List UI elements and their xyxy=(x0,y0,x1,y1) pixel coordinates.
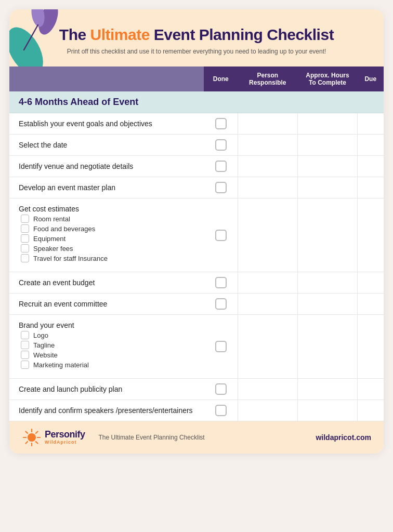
sub-checkbox[interactable] xyxy=(21,224,29,233)
col-header-hours: Approx. Hours To Complete xyxy=(297,66,357,91)
sub-items-list: Room rentalFood and beveragesEquipmentSp… xyxy=(21,215,199,262)
sub-item: Website xyxy=(21,351,199,359)
done-cell xyxy=(204,156,238,177)
sub-item-text: Food and beverages xyxy=(33,225,95,233)
person-cell xyxy=(238,400,297,421)
col-header-due: Due xyxy=(358,66,384,91)
task-cell: Select the date xyxy=(9,135,204,156)
hours-cell xyxy=(297,198,357,272)
sub-checkbox[interactable] xyxy=(21,341,29,349)
hours-cell xyxy=(297,113,357,135)
sub-checkbox[interactable] xyxy=(21,351,29,359)
sub-checkbox[interactable] xyxy=(21,234,29,243)
header-subtitle: Print off this checklist and use it to r… xyxy=(59,48,334,55)
person-cell xyxy=(238,294,297,315)
sub-item: Speaker fees xyxy=(21,244,199,252)
hours-cell xyxy=(297,156,357,177)
task-text: Identify venue and negotiate details xyxy=(19,162,199,170)
done-checkbox[interactable] xyxy=(215,383,227,395)
section-header-row: 4-6 Months Ahead of Event xyxy=(9,91,384,113)
person-cell xyxy=(238,135,297,156)
sub-item-text: Travel for staff Insurance xyxy=(33,255,108,262)
task-text: Recruit an event committee xyxy=(19,300,199,308)
task-text: Brand your event xyxy=(19,321,199,329)
task-cell: Identify venue and negotiate details xyxy=(9,156,204,177)
svg-point-4 xyxy=(28,433,36,442)
person-cell xyxy=(238,198,297,272)
done-checkbox[interactable] xyxy=(215,182,227,193)
due-cell xyxy=(358,113,384,135)
hours-cell xyxy=(297,400,357,421)
due-cell xyxy=(358,400,384,421)
hours-cell xyxy=(297,177,357,198)
hours-cell xyxy=(297,379,357,400)
sub-checkbox[interactable] xyxy=(21,361,29,369)
col-header-person: Person Responsible xyxy=(238,66,297,91)
title-pre: The xyxy=(59,26,90,43)
hours-cell xyxy=(297,315,357,379)
task-text: Establish your event goals and objective… xyxy=(19,119,199,128)
task-text: Identify and confirm speakers /presenter… xyxy=(19,406,199,415)
done-cell xyxy=(204,294,238,315)
table-row: Create an event budget xyxy=(9,272,384,294)
task-text: Get cost estimates xyxy=(19,205,199,213)
table-row: Brand your eventLogoTaglineWebsiteMarket… xyxy=(9,315,384,379)
svg-line-12 xyxy=(26,442,28,444)
due-cell xyxy=(358,315,384,379)
svg-line-11 xyxy=(36,432,38,434)
svg-line-9 xyxy=(26,432,28,434)
done-cell xyxy=(204,400,238,421)
done-checkbox[interactable] xyxy=(215,298,227,310)
done-cell xyxy=(204,177,238,198)
done-checkbox[interactable] xyxy=(215,139,227,151)
done-checkbox[interactable] xyxy=(215,118,227,129)
sub-item: Food and beverages xyxy=(21,224,199,233)
task-cell: Identify and confirm speakers /presenter… xyxy=(9,400,204,421)
sub-checkbox[interactable] xyxy=(21,244,29,252)
sub-item: Tagline xyxy=(21,341,199,349)
sub-checkbox[interactable] xyxy=(21,215,29,223)
checklist-table: Done Person Responsible Approx. Hours To… xyxy=(9,66,384,421)
table-row: Create and launch publicity plan xyxy=(9,379,384,400)
task-text: Select the date xyxy=(19,141,199,149)
due-cell xyxy=(358,272,384,294)
task-text: Develop an event master plan xyxy=(19,183,199,192)
sub-item-text: Logo xyxy=(33,331,48,339)
task-cell: Establish your event goals and objective… xyxy=(9,113,204,135)
table-header-row: Done Person Responsible Approx. Hours To… xyxy=(9,66,384,91)
done-checkbox[interactable] xyxy=(215,405,227,416)
task-cell: Recruit an event committee xyxy=(9,294,204,315)
header-title: The Ultimate Event Planning Checklist xyxy=(59,26,334,44)
page-container: The Ultimate Event Planning Checklist Pr… xyxy=(9,9,384,454)
table-row: Get cost estimatesRoom rentalFood and be… xyxy=(9,198,384,272)
task-text: Create an event budget xyxy=(19,278,199,287)
task-cell: Get cost estimatesRoom rentalFood and be… xyxy=(9,198,204,272)
footer-doc-title: The Ultimate Event Planning Checklist xyxy=(99,434,205,441)
task-cell: Brand your eventLogoTaglineWebsiteMarket… xyxy=(9,315,204,379)
hours-cell xyxy=(297,135,357,156)
sub-checkbox[interactable] xyxy=(21,254,29,262)
due-cell xyxy=(358,379,384,400)
due-cell xyxy=(358,294,384,315)
done-checkbox[interactable] xyxy=(215,341,227,352)
personify-brand-name: Personify WildApricot xyxy=(45,430,85,445)
done-cell xyxy=(204,315,238,379)
person-cell xyxy=(238,379,297,400)
done-checkbox[interactable] xyxy=(215,277,227,288)
due-cell xyxy=(358,156,384,177)
table-row: Establish your event goals and objective… xyxy=(9,113,384,135)
sub-checkbox[interactable] xyxy=(21,331,29,339)
task-cell: Develop an event master plan xyxy=(9,177,204,198)
hours-cell xyxy=(297,294,357,315)
sub-item-text: Tagline xyxy=(33,341,55,349)
done-cell xyxy=(204,113,238,135)
person-cell xyxy=(238,156,297,177)
svg-line-10 xyxy=(36,442,38,444)
table-row: Identify and confirm speakers /presenter… xyxy=(9,400,384,421)
task-text: Create and launch publicity plan xyxy=(19,385,199,393)
sub-item-text: Room rental xyxy=(33,215,70,223)
due-cell xyxy=(358,177,384,198)
sub-item-text: Marketing material xyxy=(33,361,89,369)
done-checkbox[interactable] xyxy=(215,230,227,241)
done-checkbox[interactable] xyxy=(215,161,227,172)
